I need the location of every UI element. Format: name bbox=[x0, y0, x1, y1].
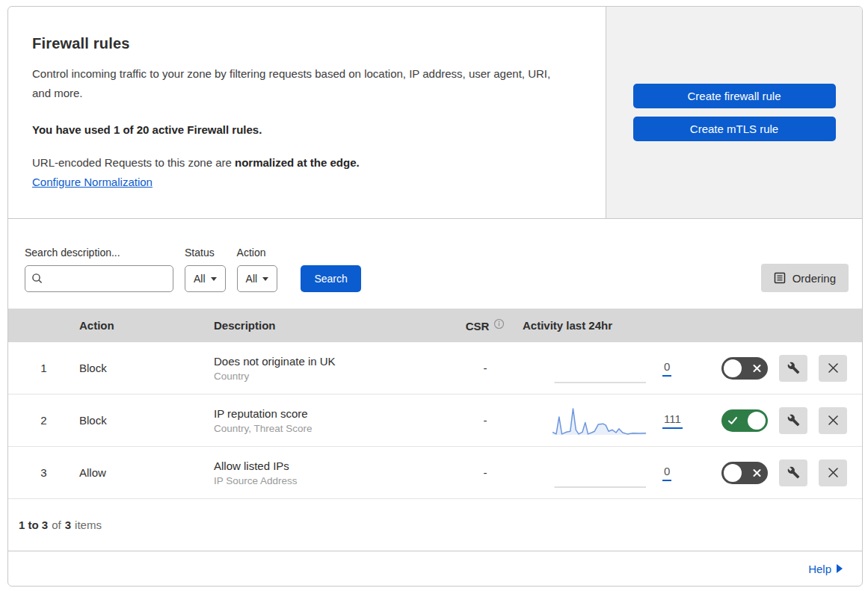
edit-rule-button[interactable] bbox=[779, 355, 807, 382]
rule-activity: 0 bbox=[523, 353, 710, 384]
cta-panel: Create firewall rule Create mTLS rule bbox=[606, 7, 862, 218]
delete-rule-button[interactable] bbox=[819, 355, 847, 382]
rule-toggle[interactable] bbox=[721, 462, 768, 484]
wrench-icon bbox=[787, 466, 800, 479]
rule-fields: Country, Threat Score bbox=[214, 423, 448, 434]
rule-fields: IP Source Address bbox=[214, 475, 448, 486]
x-icon bbox=[753, 364, 761, 372]
search-box[interactable] bbox=[25, 265, 173, 292]
table-header: Action Description CSR Activity last 24h… bbox=[8, 309, 862, 342]
rule-toggle[interactable] bbox=[721, 357, 768, 380]
column-description: Description bbox=[214, 319, 448, 332]
rule-description-title: Does not originate in UK bbox=[214, 355, 448, 368]
pagination-summary: 1 to 3 of 3 items bbox=[8, 499, 862, 551]
activity-count-link[interactable]: 0 bbox=[662, 360, 671, 377]
delete-rule-button[interactable] bbox=[819, 460, 847, 486]
wrench-icon bbox=[787, 362, 800, 374]
status-dropdown-value: All bbox=[194, 273, 206, 285]
x-icon bbox=[753, 468, 761, 477]
info-icon[interactable] bbox=[493, 318, 505, 332]
arrow-right-icon bbox=[837, 564, 843, 573]
search-button[interactable]: Search bbox=[301, 265, 361, 292]
delete-rule-button[interactable] bbox=[819, 407, 847, 434]
wrench-icon bbox=[787, 414, 800, 427]
rule-csr-value: - bbox=[448, 362, 523, 374]
rule-description: Does not originate in UK Country bbox=[214, 355, 448, 382]
help-label: Help bbox=[808, 563, 831, 575]
check-icon bbox=[727, 415, 738, 425]
activity-count-link[interactable]: 111 bbox=[662, 412, 683, 429]
help-link[interactable]: Help bbox=[808, 563, 843, 575]
column-csr-label: CSR bbox=[466, 320, 490, 332]
normalization-notice: URL-encoded Requests to this zone are no… bbox=[32, 156, 576, 169]
activity-sparkline bbox=[552, 353, 646, 384]
search-input[interactable] bbox=[48, 273, 167, 285]
chevron-down-icon bbox=[262, 277, 268, 281]
status-filter-group: Status All bbox=[185, 247, 226, 292]
rule-action: Block bbox=[79, 414, 214, 427]
rule-description-title: Allow listed IPs bbox=[214, 460, 448, 472]
toggle-knob bbox=[724, 464, 742, 482]
rule-priority: 3 bbox=[8, 466, 79, 479]
rule-activity: 111 bbox=[523, 405, 710, 436]
rule-activity: 0 bbox=[523, 457, 710, 489]
ordering-button[interactable]: Ordering bbox=[761, 264, 849, 292]
close-icon bbox=[828, 362, 839, 374]
header-section: Firewall rules Control incoming traffic … bbox=[8, 7, 862, 219]
chevron-down-icon bbox=[211, 277, 217, 281]
rule-priority: 2 bbox=[8, 414, 79, 427]
edit-rule-button[interactable] bbox=[779, 407, 807, 434]
filter-bar: Search description... Status All Action … bbox=[8, 219, 862, 309]
close-icon bbox=[828, 415, 839, 426]
action-filter-group: Action All bbox=[237, 247, 278, 292]
rule-toggle[interactable] bbox=[721, 409, 768, 432]
usage-notice: You have used 1 of 20 active Firewall ru… bbox=[32, 123, 576, 136]
of-label: of bbox=[52, 519, 61, 531]
status-dropdown[interactable]: All bbox=[185, 265, 226, 292]
toggle-knob bbox=[724, 359, 742, 377]
close-icon bbox=[828, 467, 839, 478]
column-action: Action bbox=[79, 319, 214, 332]
configure-normalization-link[interactable]: Configure Normalization bbox=[32, 176, 153, 188]
range-label: 1 to 3 bbox=[19, 519, 48, 531]
status-label: Status bbox=[185, 247, 226, 259]
normalization-bold: normalized at the edge. bbox=[235, 156, 360, 169]
edit-rule-button[interactable] bbox=[779, 460, 807, 486]
activity-count-link[interactable]: 0 bbox=[662, 465, 671, 481]
rule-controls bbox=[710, 355, 862, 382]
rule-priority: 1 bbox=[8, 362, 79, 374]
rule-csr-value: - bbox=[448, 466, 523, 479]
page-title: Firewall rules bbox=[32, 35, 576, 52]
search-group: Search description... bbox=[25, 247, 173, 292]
rule-controls bbox=[710, 460, 862, 486]
action-dropdown[interactable]: All bbox=[237, 265, 278, 292]
rule-action: Block bbox=[79, 362, 214, 374]
ordering-button-label: Ordering bbox=[792, 272, 836, 285]
activity-sparkline bbox=[552, 405, 646, 436]
table-row: 1 Block Does not originate in UK Country… bbox=[8, 342, 862, 394]
action-label: Action bbox=[237, 247, 278, 259]
firewall-rules-panel: Firewall rules Control incoming traffic … bbox=[7, 6, 863, 587]
column-csr: CSR bbox=[448, 318, 523, 332]
list-icon bbox=[774, 272, 786, 284]
total-label: 3 bbox=[65, 519, 71, 531]
rule-description-title: IP reputation score bbox=[214, 407, 448, 420]
rule-description: Allow listed IPs IP Source Address bbox=[214, 460, 448, 486]
table-row: 2 Block IP reputation score Country, Thr… bbox=[8, 394, 862, 447]
search-label: Search description... bbox=[25, 247, 173, 259]
search-icon bbox=[31, 273, 43, 285]
column-activity: Activity last 24hr bbox=[523, 319, 710, 332]
activity-sparkline bbox=[552, 457, 646, 489]
normalization-text: URL-encoded Requests to this zone are bbox=[32, 156, 232, 169]
action-dropdown-value: All bbox=[246, 273, 258, 285]
create-firewall-rule-button[interactable]: Create firewall rule bbox=[633, 84, 836, 108]
table-row: 3 Allow Allow listed IPs IP Source Addre… bbox=[8, 447, 862, 499]
rule-csr-value: - bbox=[448, 414, 523, 427]
header-info: Firewall rules Control incoming traffic … bbox=[8, 7, 606, 218]
rule-fields: Country bbox=[214, 371, 448, 382]
rule-controls bbox=[710, 407, 862, 434]
create-mtls-rule-button[interactable]: Create mTLS rule bbox=[633, 117, 836, 141]
rule-action: Allow bbox=[79, 466, 214, 479]
help-bar: Help bbox=[8, 551, 862, 586]
toggle-knob bbox=[748, 412, 766, 430]
